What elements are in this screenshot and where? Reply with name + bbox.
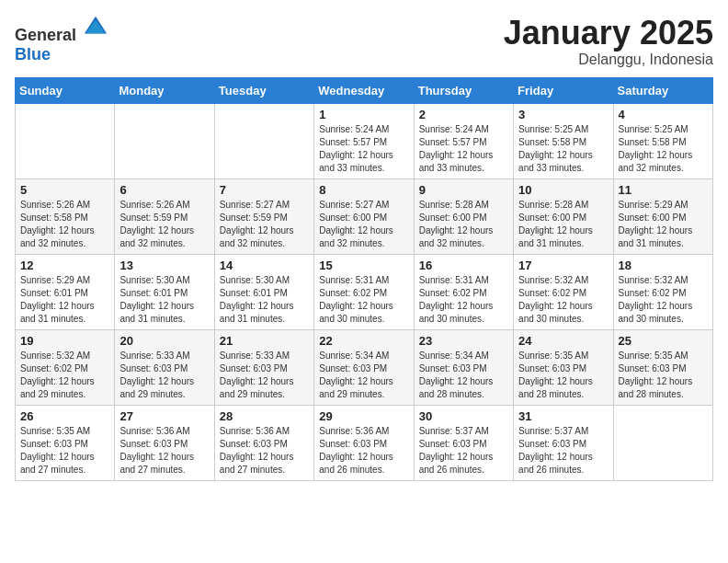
day-number: 30: [419, 409, 508, 423]
calendar-cell: 11Sunrise: 5:29 AMSunset: 6:00 PMDayligh…: [613, 178, 712, 254]
day-info: Sunrise: 5:37 AMSunset: 6:03 PMDaylight:…: [419, 425, 508, 477]
calendar-cell: [613, 405, 712, 480]
calendar-cell: 5Sunrise: 5:26 AMSunset: 5:58 PMDaylight…: [16, 178, 115, 254]
calendar-cell: 28Sunrise: 5:36 AMSunset: 6:03 PMDayligh…: [214, 405, 313, 480]
day-number: 22: [319, 334, 408, 348]
day-info: Sunrise: 5:28 AMSunset: 6:00 PMDaylight:…: [518, 199, 608, 250]
day-info: Sunrise: 5:29 AMSunset: 6:01 PMDaylight:…: [20, 274, 109, 326]
day-number: 29: [319, 409, 408, 423]
day-info: Sunrise: 5:33 AMSunset: 6:03 PMDaylight:…: [119, 350, 209, 401]
calendar-cell: 17Sunrise: 5:32 AMSunset: 6:02 PMDayligh…: [514, 254, 613, 329]
day-info: Sunrise: 5:24 AMSunset: 5:57 PMDaylight:…: [419, 123, 508, 175]
day-number: 15: [319, 259, 408, 272]
day-number: 10: [518, 183, 608, 197]
day-number: 5: [20, 183, 109, 197]
month-title: January 2025: [504, 15, 713, 52]
calendar-week-row: 12Sunrise: 5:29 AMSunset: 6:01 PMDayligh…: [16, 254, 713, 329]
day-number: 17: [518, 259, 608, 272]
calendar-cell: 26Sunrise: 5:35 AMSunset: 6:03 PMDayligh…: [16, 405, 115, 480]
day-info: Sunrise: 5:31 AMSunset: 6:02 PMDaylight:…: [419, 274, 508, 326]
calendar-cell: 29Sunrise: 5:36 AMSunset: 6:03 PMDayligh…: [314, 405, 414, 480]
day-number: 26: [20, 409, 109, 423]
calendar-cell: 8Sunrise: 5:27 AMSunset: 6:00 PMDaylight…: [314, 178, 414, 254]
day-number: 24: [518, 334, 608, 348]
weekday-header-row: SundayMondayTuesdayWednesdayThursdayFrid…: [16, 77, 713, 103]
calendar-cell: [214, 103, 313, 178]
calendar-cell: [115, 103, 214, 178]
day-info: Sunrise: 5:32 AMSunset: 6:02 PMDaylight:…: [619, 274, 708, 326]
day-number: 28: [220, 409, 309, 423]
calendar-cell: 10Sunrise: 5:28 AMSunset: 6:00 PMDayligh…: [514, 178, 613, 254]
day-info: Sunrise: 5:34 AMSunset: 6:03 PMDaylight:…: [319, 350, 408, 401]
logo-wordmark: General Blue: [15, 15, 108, 64]
calendar-cell: 4Sunrise: 5:25 AMSunset: 5:58 PMDaylight…: [613, 103, 712, 178]
day-info: Sunrise: 5:35 AMSunset: 6:03 PMDaylight:…: [619, 350, 708, 401]
day-number: 2: [419, 108, 508, 121]
day-number: 23: [419, 334, 508, 348]
day-number: 1: [319, 108, 408, 121]
logo-general-text: General: [15, 26, 76, 44]
calendar-week-row: 1Sunrise: 5:24 AMSunset: 5:57 PMDaylight…: [16, 103, 713, 178]
title-area: January 2025 Delanggu, Indonesia: [504, 15, 713, 68]
day-number: 16: [419, 259, 508, 272]
calendar-cell: 16Sunrise: 5:31 AMSunset: 6:02 PMDayligh…: [414, 254, 513, 329]
day-number: 25: [619, 334, 708, 348]
weekday-header-tuesday: Tuesday: [214, 77, 313, 103]
location-title: Delanggu, Indonesia: [504, 52, 713, 68]
calendar-cell: 15Sunrise: 5:31 AMSunset: 6:02 PMDayligh…: [314, 254, 414, 329]
day-number: 19: [20, 334, 109, 348]
calendar-week-row: 19Sunrise: 5:32 AMSunset: 6:02 PMDayligh…: [16, 329, 713, 405]
logo-icon: [83, 15, 108, 40]
day-info: Sunrise: 5:26 AMSunset: 5:58 PMDaylight:…: [20, 199, 109, 250]
calendar-cell: 22Sunrise: 5:34 AMSunset: 6:03 PMDayligh…: [314, 329, 414, 405]
day-number: 31: [518, 409, 608, 423]
day-number: 21: [220, 334, 309, 348]
weekday-header-wednesday: Wednesday: [314, 77, 414, 103]
calendar-cell: 13Sunrise: 5:30 AMSunset: 6:01 PMDayligh…: [115, 254, 214, 329]
calendar-cell: 2Sunrise: 5:24 AMSunset: 5:57 PMDaylight…: [414, 103, 513, 178]
day-info: Sunrise: 5:28 AMSunset: 6:00 PMDaylight:…: [419, 199, 508, 250]
calendar-cell: 7Sunrise: 5:27 AMSunset: 5:59 PMDaylight…: [214, 178, 313, 254]
logo: General Blue: [15, 15, 108, 64]
day-number: 6: [119, 183, 209, 197]
day-info: Sunrise: 5:32 AMSunset: 6:02 PMDaylight:…: [518, 274, 608, 326]
calendar-cell: 25Sunrise: 5:35 AMSunset: 6:03 PMDayligh…: [613, 329, 712, 405]
day-info: Sunrise: 5:31 AMSunset: 6:02 PMDaylight:…: [319, 274, 408, 326]
day-info: Sunrise: 5:26 AMSunset: 5:59 PMDaylight:…: [119, 199, 209, 250]
day-info: Sunrise: 5:37 AMSunset: 6:03 PMDaylight:…: [518, 425, 608, 477]
day-number: 12: [20, 259, 109, 272]
calendar-cell: 6Sunrise: 5:26 AMSunset: 5:59 PMDaylight…: [115, 178, 214, 254]
day-number: 4: [619, 108, 708, 121]
calendar-cell: 31Sunrise: 5:37 AMSunset: 6:03 PMDayligh…: [514, 405, 613, 480]
calendar-cell: 30Sunrise: 5:37 AMSunset: 6:03 PMDayligh…: [414, 405, 513, 480]
calendar-cell: 20Sunrise: 5:33 AMSunset: 6:03 PMDayligh…: [115, 329, 214, 405]
day-info: Sunrise: 5:24 AMSunset: 5:57 PMDaylight:…: [319, 123, 408, 175]
day-info: Sunrise: 5:34 AMSunset: 6:03 PMDaylight:…: [419, 350, 508, 401]
logo-blue-text: Blue: [15, 45, 51, 63]
day-number: 8: [319, 183, 408, 197]
day-info: Sunrise: 5:25 AMSunset: 5:58 PMDaylight:…: [518, 123, 608, 175]
calendar-cell: [16, 103, 115, 178]
day-info: Sunrise: 5:33 AMSunset: 6:03 PMDaylight:…: [220, 350, 309, 401]
calendar-cell: 9Sunrise: 5:28 AMSunset: 6:00 PMDaylight…: [414, 178, 513, 254]
day-info: Sunrise: 5:29 AMSunset: 6:00 PMDaylight:…: [619, 199, 708, 250]
weekday-header-sunday: Sunday: [16, 77, 115, 103]
calendar-cell: 12Sunrise: 5:29 AMSunset: 6:01 PMDayligh…: [16, 254, 115, 329]
weekday-header-thursday: Thursday: [414, 77, 513, 103]
day-info: Sunrise: 5:36 AMSunset: 6:03 PMDaylight:…: [119, 425, 209, 477]
day-number: 11: [619, 183, 708, 197]
day-number: 14: [220, 259, 309, 272]
day-number: 9: [419, 183, 508, 197]
calendar-cell: 1Sunrise: 5:24 AMSunset: 5:57 PMDaylight…: [314, 103, 414, 178]
calendar-cell: 24Sunrise: 5:35 AMSunset: 6:03 PMDayligh…: [514, 329, 613, 405]
day-number: 7: [220, 183, 309, 197]
day-info: Sunrise: 5:35 AMSunset: 6:03 PMDaylight:…: [518, 350, 608, 401]
calendar-week-row: 26Sunrise: 5:35 AMSunset: 6:03 PMDayligh…: [16, 405, 713, 480]
calendar-cell: 23Sunrise: 5:34 AMSunset: 6:03 PMDayligh…: [414, 329, 513, 405]
calendar-week-row: 5Sunrise: 5:26 AMSunset: 5:58 PMDaylight…: [16, 178, 713, 254]
calendar-cell: 21Sunrise: 5:33 AMSunset: 6:03 PMDayligh…: [214, 329, 313, 405]
day-number: 27: [119, 409, 209, 423]
day-number: 18: [619, 259, 708, 272]
day-info: Sunrise: 5:35 AMSunset: 6:03 PMDaylight:…: [20, 425, 109, 477]
day-info: Sunrise: 5:30 AMSunset: 6:01 PMDaylight:…: [220, 274, 309, 326]
